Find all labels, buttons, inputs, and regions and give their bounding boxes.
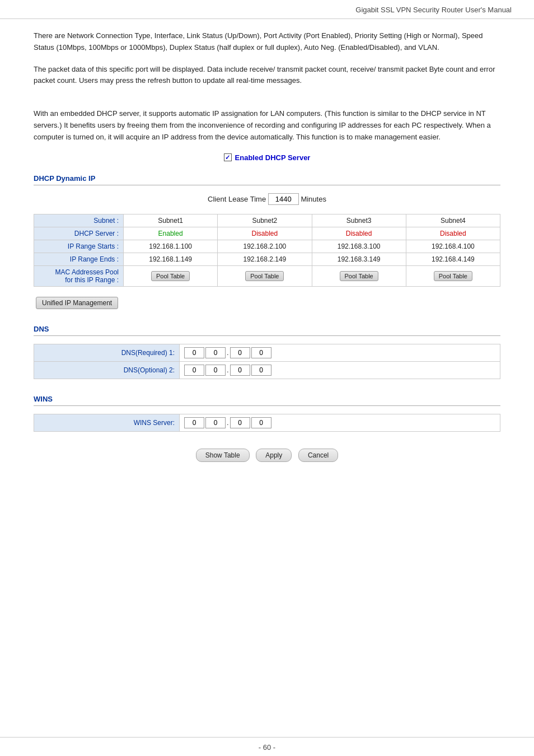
- ip-start-subnet1: 192.168.1.100: [124, 240, 218, 253]
- wins-server-value: .: [180, 414, 500, 431]
- dns-required-octet2[interactable]: [205, 347, 226, 358]
- apply-button[interactable]: Apply: [256, 449, 292, 462]
- pool-table-btn-1[interactable]: Pool Table: [151, 271, 190, 281]
- dns-required-octet1[interactable]: [184, 347, 204, 358]
- ip-end-subnet3: 192.168.3.149: [312, 253, 406, 265]
- dhcp-table: Subnet : Subnet1 Subnet2 Subnet3 Subnet4…: [34, 214, 500, 287]
- subnet2-header: Subnet2: [218, 214, 312, 227]
- page-footer: - 60 -: [0, 737, 534, 756]
- ip-range-ends-row: IP Range Ends : 192.168.1.149 192.168.2.…: [34, 253, 500, 265]
- client-lease-input[interactable]: [268, 193, 299, 205]
- ip-start-subnet3: 192.168.3.100: [312, 240, 406, 253]
- dhcp-section: DHCP Dynamic IP Client Lease Time Minute…: [34, 174, 500, 309]
- pool-cell-4: Pool Table: [406, 265, 500, 286]
- header-title: Gigabit SSL VPN Security Router User's M…: [355, 6, 512, 14]
- dhcp-server-row: DHCP Server : Enabled Disabled Disabled …: [34, 227, 500, 240]
- ip-range-starts-row: IP Range Starts : 192.168.1.100 192.168.…: [34, 240, 500, 253]
- dhcp-server-subnet4: Disabled: [406, 227, 500, 240]
- subnet-label-cell: Subnet :: [34, 214, 124, 227]
- wins-ip-inputs: .: [184, 417, 495, 428]
- wins-server-label: WINS Server:: [34, 414, 180, 431]
- client-lease-unit: Minutes: [301, 195, 326, 203]
- dns-optional-dot1: .: [227, 366, 229, 374]
- paragraph-3: With an embedded DHCP server, it support…: [34, 108, 500, 143]
- dns-table: DNS(Required) 1: . DNS(Optional) 2:: [34, 344, 500, 379]
- wins-section-title: WINS: [34, 395, 500, 406]
- enabled-dhcp-label: Enabled DHCP Server: [235, 153, 311, 162]
- wins-octet3[interactable]: [230, 417, 250, 428]
- dns-optional-octet4[interactable]: [251, 365, 271, 376]
- dns-optional-value: .: [180, 361, 500, 379]
- pool-table-btn-3[interactable]: Pool Table: [340, 271, 378, 281]
- client-lease-row: Client Lease Time Minutes: [34, 193, 500, 205]
- ip-end-subnet2: 192.168.2.149: [218, 253, 312, 265]
- dns-optional-row: DNS(Optional) 2: .: [34, 361, 500, 379]
- ip-end-subnet4: 192.168.4.149: [406, 253, 500, 265]
- ip-start-subnet4: 192.168.4.100: [406, 240, 500, 253]
- dhcp-server-subnet2: Disabled: [218, 227, 312, 240]
- dhcp-section-title: DHCP Dynamic IP: [34, 174, 500, 185]
- ip-range-ends-label: IP Range Ends :: [34, 253, 124, 265]
- subnet1-header: Subnet1: [124, 214, 218, 227]
- pool-table-btn-4[interactable]: Pool Table: [434, 271, 472, 281]
- wins-dot1: .: [227, 418, 229, 427]
- dns-required-dot1: .: [227, 348, 229, 357]
- dns-required-value: .: [180, 344, 500, 361]
- dns-optional-octet3[interactable]: [230, 365, 250, 376]
- wins-server-row: WINS Server: .: [34, 414, 500, 431]
- pool-cell-2: Pool Table: [218, 265, 312, 286]
- header-bar: Gigabit SSL VPN Security Router User's M…: [0, 0, 534, 19]
- wins-table: WINS Server: .: [34, 414, 500, 432]
- subnet3-header: Subnet3: [312, 214, 406, 227]
- bottom-buttons: Show Table Apply Cancel: [34, 449, 500, 462]
- unified-ip-management-button[interactable]: Unified IP Management: [36, 297, 118, 309]
- dns-required-octet4[interactable]: [251, 347, 271, 358]
- page-wrapper: Gigabit SSL VPN Security Router User's M…: [0, 0, 534, 756]
- dhcp-header-row: Subnet : Subnet1 Subnet2 Subnet3 Subnet4: [34, 214, 500, 227]
- cancel-button[interactable]: Cancel: [298, 449, 338, 462]
- paragraph-2: The packet data of this specific port wi…: [34, 64, 500, 87]
- ip-range-starts-label: IP Range Starts :: [34, 240, 124, 253]
- enabled-dhcp-row: Enabled DHCP Server: [34, 153, 500, 162]
- ip-start-subnet2: 192.168.2.100: [218, 240, 312, 253]
- page-number: - 60 -: [259, 743, 275, 752]
- paragraph-1: There are Network Connection Type, Inter…: [34, 30, 500, 54]
- dns-section: DNS DNS(Required) 1: .: [34, 325, 500, 379]
- pool-cell-1: Pool Table: [124, 265, 218, 286]
- wins-octet4[interactable]: [251, 417, 271, 428]
- subnet4-header: Subnet4: [406, 214, 500, 227]
- dns-optional-octet2[interactable]: [205, 365, 226, 376]
- wins-octet2[interactable]: [205, 417, 226, 428]
- dns-optional-label: DNS(Optional) 2:: [34, 361, 180, 379]
- content-area: There are Network Connection Type, Inter…: [0, 19, 534, 496]
- pool-table-btn-2[interactable]: Pool Table: [245, 271, 284, 281]
- dhcp-server-label: DHCP Server :: [34, 227, 124, 240]
- dns-section-title: DNS: [34, 325, 500, 336]
- dns-optional-ip-inputs: .: [184, 365, 495, 376]
- dns-required-octet3[interactable]: [230, 347, 250, 358]
- mac-pool-label: MAC Addresses Poolfor this IP Range :: [34, 265, 124, 286]
- show-table-button[interactable]: Show Table: [196, 449, 250, 462]
- wins-section: WINS WINS Server: .: [34, 395, 500, 432]
- client-lease-label: Client Lease Time: [208, 195, 266, 203]
- ip-end-subnet1: 192.168.1.149: [124, 253, 218, 265]
- dns-required-row: DNS(Required) 1: .: [34, 344, 500, 361]
- dhcp-checkbox-icon[interactable]: [224, 153, 232, 161]
- mac-pool-row: MAC Addresses Poolfor this IP Range : Po…: [34, 265, 500, 286]
- dns-required-ip-inputs: .: [184, 347, 495, 358]
- pool-cell-3: Pool Table: [312, 265, 406, 286]
- dhcp-server-subnet1: Enabled: [124, 227, 218, 240]
- wins-octet1[interactable]: [184, 417, 204, 428]
- dns-optional-octet1[interactable]: [184, 365, 204, 376]
- dns-required-label: DNS(Required) 1:: [34, 344, 180, 361]
- dhcp-server-subnet3: Disabled: [312, 227, 406, 240]
